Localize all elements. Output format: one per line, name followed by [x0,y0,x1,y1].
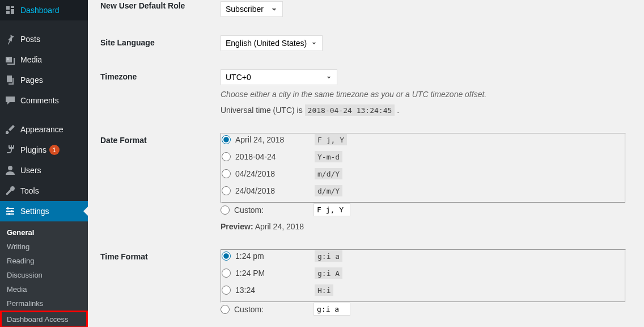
pin-icon [5,33,16,45]
sidebar-item-label: Users [20,166,41,175]
submenu-item-discussion[interactable]: Discussion [0,268,88,282]
sidebar-item-users[interactable]: Users [0,160,88,181]
row-site-language: Site Language English (United States) [100,27,632,60]
svg-point-1 [8,166,12,170]
sidebar-item-media[interactable]: Media [0,49,88,70]
svg-rect-5 [7,207,9,209]
sidebar-item-label: Posts [20,35,40,44]
time-format-display-1: 1:24 PM [235,269,315,278]
submenu-item-general[interactable]: General [0,225,88,240]
row-timezone: Timezone UTC+0 Choose either a city in t… [100,61,632,123]
settings-content: New User Default Role Subscriber Site La… [88,0,644,327]
sidebar-item-label: Tools [20,186,39,195]
row-new-user-role: New User Default Role Subscriber [100,1,632,26]
time-format-custom-input[interactable] [313,303,350,316]
select-timezone[interactable]: UTC+0 [221,69,337,85]
time-format-radio-2[interactable] [222,286,231,295]
sidebar-item-pages[interactable]: Pages [0,70,88,90]
label-time-format: Time Format [100,241,214,327]
date-format-code-1: Y-m-d [315,151,342,162]
date-format-fieldset: April 24, 2018F j, Y2018-04-24Y-m-d04/24… [221,133,626,203]
label-date-format: Date Format [100,124,214,240]
brush-icon [5,124,16,135]
time-format-radio-0[interactable] [222,251,231,261]
submenu-item-writing[interactable]: Writing [0,240,88,254]
time-format-fieldset: 1:24 pmg:i a1:24 PMg:i A13:24H:i [221,249,626,303]
comment-icon [5,95,16,106]
date-format-custom-input[interactable] [313,203,350,216]
label-new-user-role: New User Default Role [100,1,214,26]
utc-time-code: 2018-04-24 13:24:45 [305,104,395,116]
media-icon [5,54,16,65]
time-format-code-1: g:i A [315,267,342,279]
sidebar-item-label: Comments [20,96,59,105]
date-format-preview: Preview: April 24, 2018 [221,222,626,231]
date-format-radio-2[interactable] [222,169,231,178]
sidebar-item-dashboard[interactable]: Dashboard [0,0,88,20]
submenu-item-permalinks[interactable]: Permalinks [0,296,88,311]
sidebar-item-tools[interactable]: Tools [0,181,88,201]
date-format-display-3: 24/04/2018 [235,186,315,195]
svg-point-0 [7,58,9,60]
admin-sidebar: DashboardPostsMediaPagesCommentsAppearan… [0,0,88,327]
sidebar-item-settings[interactable]: Settings [0,201,88,221]
time-format-display-0: 1:24 pm [235,251,315,261]
sidebar-item-comments[interactable]: Comments [0,90,88,111]
row-date-format: Date Format April 24, 2018F j, Y2018-04-… [100,124,632,240]
select-new-user-role[interactable]: Subscriber [221,1,283,17]
sidebar-item-plugins[interactable]: Plugins1 [0,140,88,160]
svg-rect-3 [6,211,14,212]
svg-rect-7 [9,213,10,215]
pages-icon [5,74,16,86]
settings-icon [5,206,16,217]
settings-submenu: GeneralWritingReadingDiscussionMediaPerm… [0,221,88,327]
date-format-display-2: 04/24/2018 [235,169,315,178]
user-icon [5,165,16,176]
sidebar-item-posts[interactable]: Posts [0,29,88,49]
dashboard-icon [5,5,16,16]
select-site-language[interactable]: English (United States) [221,35,323,51]
label-site-language: Site Language [100,27,214,60]
svg-rect-6 [11,210,12,212]
time-format-display-2: 13:24 [235,286,315,295]
time-format-code-2: H:i [315,284,333,296]
date-format-radio-1[interactable] [222,152,231,161]
submenu-item-dashboard-access[interactable]: Dashboard Access [0,311,88,327]
date-format-radio-custom[interactable] [221,206,230,215]
timezone-description: Choose either a city in the same timezon… [221,90,626,99]
sidebar-item-label: Pages [20,76,43,85]
sidebar-item-label: Plugins [20,145,46,154]
wrench-icon [5,185,16,196]
plug-icon [5,144,16,156]
time-format-code-0: g:i a [315,250,342,262]
time-format-custom-label: Custom: [234,305,313,314]
sidebar-item-label: Dashboard [20,6,60,15]
sidebar-item-label: Media [20,55,42,64]
row-time-format: Time Format 1:24 pmg:i a1:24 PMg:i A13:2… [100,241,632,327]
date-format-radio-3[interactable] [222,186,231,195]
sidebar-item-label: Appearance [20,125,63,134]
submenu-item-reading[interactable]: Reading [0,254,88,268]
date-format-display-1: 2018-04-24 [235,152,315,161]
label-timezone: Timezone [100,61,214,123]
update-badge: 1 [49,145,60,155]
submenu-item-media[interactable]: Media [0,282,88,296]
sidebar-item-label: Settings [20,207,49,216]
date-format-code-0: F j, Y [315,134,347,145]
utc-time-line: Universal time (UTC) is 2018-04-24 13:24… [221,106,626,115]
svg-rect-4 [6,213,14,215]
sidebar-item-appearance[interactable]: Appearance [0,119,88,140]
date-format-display-0: April 24, 2018 [235,135,315,144]
time-format-radio-custom[interactable] [221,305,230,314]
date-format-custom-label: Custom: [234,206,313,215]
date-format-radio-0[interactable] [222,135,231,144]
date-format-code-3: d/m/Y [315,185,342,196]
date-format-code-2: m/d/Y [315,168,342,179]
time-format-radio-1[interactable] [222,269,231,278]
